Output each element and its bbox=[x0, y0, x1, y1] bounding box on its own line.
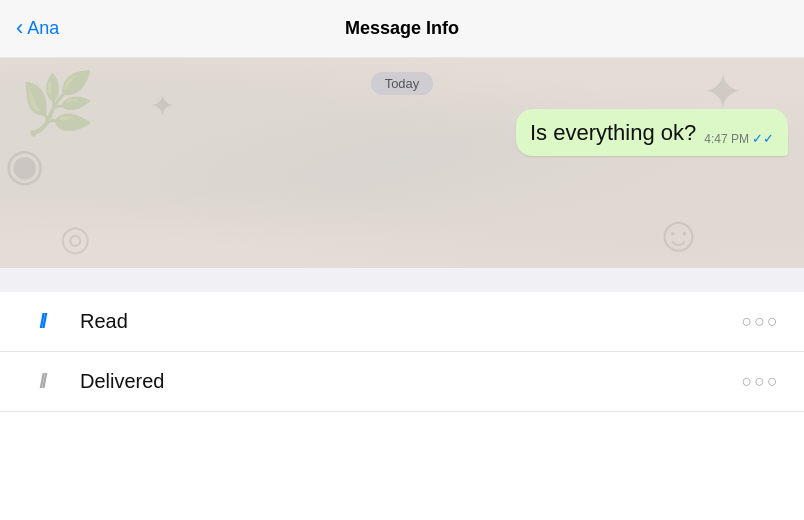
back-label: Ana bbox=[27, 18, 59, 39]
delivered-item: // Delivered ○○○ bbox=[0, 352, 804, 412]
delivered-action[interactable]: ○○○ bbox=[741, 371, 780, 392]
message-text: Is everything ok? bbox=[530, 119, 696, 148]
message-tick-icon: ✓✓ bbox=[752, 132, 774, 145]
delivered-icon: // bbox=[24, 370, 60, 393]
doodle-decoration: ✦ bbox=[150, 88, 175, 123]
date-badge: Today bbox=[371, 72, 434, 95]
back-button[interactable]: ‹ Ana bbox=[16, 16, 59, 41]
chevron-left-icon: ‹ bbox=[16, 15, 23, 41]
doodle-decoration: ◉ bbox=[5, 138, 44, 191]
chat-area: 🌿 ✦ ✦ ◎ ◉ ☺ ✦ Today Is everything ok? 4:… bbox=[0, 58, 804, 268]
info-list: // Read ○○○ // Delivered ○○○ bbox=[0, 292, 804, 412]
delivered-label: Delivered bbox=[80, 370, 721, 393]
read-item: // Read ○○○ bbox=[0, 292, 804, 352]
header: ‹ Ana Message Info bbox=[0, 0, 804, 58]
read-icon: // bbox=[24, 310, 60, 333]
doodle-decoration: ☺ bbox=[653, 205, 704, 263]
divider-area bbox=[0, 268, 804, 292]
message-time: 4:47 PM bbox=[704, 132, 749, 146]
read-action[interactable]: ○○○ bbox=[741, 311, 780, 332]
doodle-decoration: ◎ bbox=[60, 218, 91, 258]
message-bubble: Is everything ok? 4:47 PM ✓✓ bbox=[516, 109, 788, 156]
doodle-decoration: 🌿 bbox=[20, 68, 95, 139]
read-label: Read bbox=[80, 310, 721, 333]
message-meta: 4:47 PM ✓✓ bbox=[704, 132, 774, 148]
page-title: Message Info bbox=[345, 18, 459, 39]
